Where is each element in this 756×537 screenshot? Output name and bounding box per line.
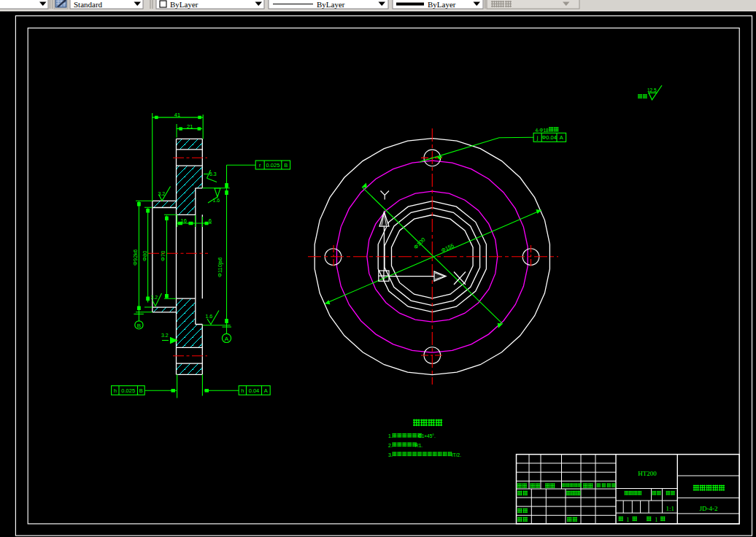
svg-text:A: A [225,336,229,342]
svg-text:0.025: 0.025 [121,387,135,394]
svg-text:Φ0.04: Φ0.04 [541,134,557,141]
svg-text:A: A [560,134,563,141]
svg-text:ByLayer: ByLayer [428,0,456,9]
svg-text:2.: 2. [388,443,393,448]
svg-text:A: A [264,387,268,394]
svg-text:12.5: 12.5 [647,88,657,93]
svg-text:3.2: 3.2 [151,295,158,300]
svg-text:1.6: 1.6 [206,314,213,319]
svg-text:1.: 1. [388,433,393,439]
svg-text:h: h [241,387,244,394]
svg-text:Standard: Standard [74,0,103,9]
svg-text:h: h [114,387,117,394]
svg-text:6: 6 [209,217,212,224]
svg-text:j: j [536,134,539,141]
svg-text:R1.: R1. [415,443,423,448]
svg-text:HT200: HT200 [638,470,657,477]
svg-text:ByLayer: ByLayer [170,0,198,9]
svg-text:4-Φ18: 4-Φ18 [536,128,549,133]
svg-text:21: 21 [187,123,193,130]
svg-text:1.6: 1.6 [213,198,220,203]
svg-text:Φ92k6: Φ92k6 [132,250,139,266]
svg-text:Φ80: Φ80 [142,251,148,261]
svg-text:3.2: 3.2 [158,191,166,196]
svg-text:IT/2.: IT/2. [452,452,461,457]
svg-text:1:1: 1:1 [666,505,674,512]
svg-text:Φ110js6: Φ110js6 [217,257,223,277]
svg-text:41: 41 [174,112,180,118]
svg-text:1: 1 [627,517,630,523]
svg-text:3.2: 3.2 [161,333,169,338]
svg-text:3.: 3. [388,452,393,457]
svg-text:B: B [137,322,141,329]
svg-text:Φ70: Φ70 [160,251,166,261]
svg-text:ByLayer: ByLayer [317,0,345,9]
svg-text:B: B [139,387,143,394]
svg-text:0.04: 0.04 [249,387,260,394]
svg-text:6.3: 6.3 [209,171,217,177]
svg-text:0.025: 0.025 [266,162,280,169]
svg-text:1: 1 [655,517,658,523]
svg-text:JD-4-2: JD-4-2 [700,505,718,512]
svg-text:16: 16 [181,217,187,224]
svg-text:B: B [284,162,288,169]
